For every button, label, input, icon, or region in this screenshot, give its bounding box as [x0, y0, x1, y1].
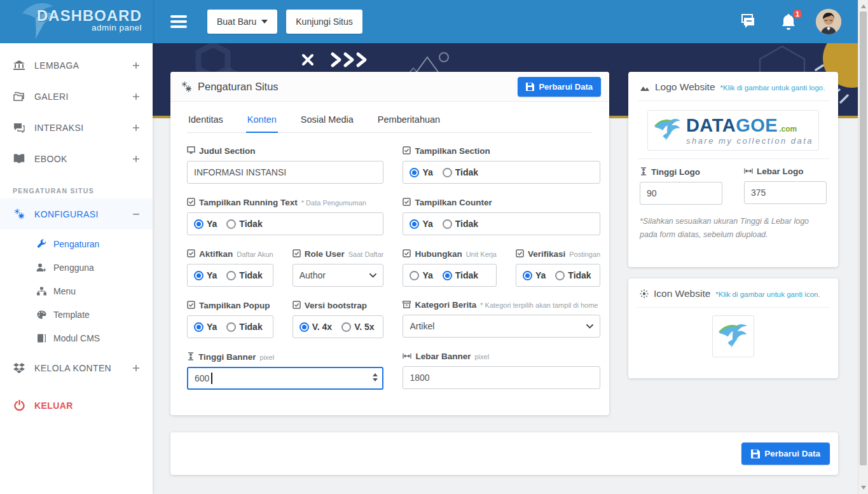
- divider: [637, 100, 829, 101]
- radio-tidak[interactable]: Tidak: [443, 167, 478, 177]
- radio-tidak[interactable]: Tidak: [226, 270, 262, 280]
- radio-ya[interactable]: Ya: [194, 219, 217, 229]
- field-running-text: Tampilkan Running Text * Data Pengumuman…: [187, 197, 383, 235]
- judul-section-input[interactable]: [187, 161, 383, 184]
- page-scrollbar[interactable]: [858, 0, 868, 494]
- radio-ya[interactable]: Ya: [410, 219, 432, 229]
- create-new-button[interactable]: Buat Baru: [207, 10, 277, 34]
- field-judul-section: Judul Section: [187, 146, 383, 184]
- icon-card-title: Icon Website: [654, 288, 710, 299]
- radio-ya[interactable]: Ya: [410, 270, 432, 280]
- field-label: Tinggi Logo: [651, 167, 700, 177]
- field-note: Saat Daftar: [348, 250, 384, 258]
- site-icon-image[interactable]: [712, 315, 754, 357]
- radio-tidak[interactable]: Tidak: [443, 219, 478, 229]
- lebar-banner-input[interactable]: [403, 366, 600, 389]
- settings-card-header: Pengaturan Situs Perbarui Data: [170, 72, 609, 102]
- sidebar-item-galeri[interactable]: GALERI: [0, 81, 153, 112]
- bird-logo-icon: [653, 116, 682, 144]
- scroll-up-arrow[interactable]: [858, 1, 868, 11]
- tab-pemberitahuan[interactable]: Pemberitahuan: [376, 112, 441, 132]
- scroll-down-arrow[interactable]: [858, 483, 868, 493]
- logo-website-card: Logo Website *Klik di gambar untuk ganti…: [628, 72, 838, 267]
- sidebar-item-label: KELUAR: [34, 401, 73, 411]
- field-lebar-logo: Lebar Logo: [744, 167, 827, 205]
- sidebar-brand[interactable]: DASHBOARD admin panel: [0, 0, 153, 43]
- book-icon: [13, 154, 25, 163]
- tab-konten[interactable]: Konten: [246, 112, 278, 133]
- site-logo-image[interactable]: DATAGOE.com share my collection data: [647, 110, 819, 151]
- tab-sosial-media[interactable]: Sosial Media: [300, 112, 355, 132]
- create-new-label: Buat Baru: [217, 17, 256, 27]
- sidebar-item-konfigurasi[interactable]: KONFIGURASI: [0, 198, 153, 230]
- update-data-button[interactable]: Perbarui Data: [518, 77, 601, 97]
- tinggi-logo-input[interactable]: [640, 182, 722, 205]
- radio-circle: [443, 271, 452, 280]
- checkbox-icon: [187, 301, 195, 309]
- sidebar-item-ebook[interactable]: EBOOK: [0, 143, 153, 174]
- radio-tidak[interactable]: Tidak: [226, 219, 262, 229]
- plus-icon[interactable]: [132, 155, 140, 163]
- field-kategori-berita: Kategori Berita * Kategori terpilih akan…: [403, 300, 600, 338]
- role-user-select[interactable]: Author: [293, 264, 384, 287]
- field-label: Hubungkan: [415, 249, 462, 259]
- submenu-item-menu[interactable]: Menu: [0, 279, 153, 303]
- notifications-bell-icon[interactable]: 1: [780, 13, 797, 31]
- bootstrap-radio-group: V. 4x V. 5x: [293, 315, 384, 338]
- sidebar-item-lembaga[interactable]: LEMBAGA: [0, 50, 153, 81]
- caret-down-icon: [261, 20, 268, 24]
- user-avatar[interactable]: [816, 9, 841, 34]
- lebar-logo-input[interactable]: [744, 181, 827, 204]
- submenu-item-label: Menu: [53, 286, 76, 296]
- radio-ya[interactable]: Ya: [410, 167, 432, 177]
- radio-ya[interactable]: Ya: [194, 270, 217, 280]
- logo-word-goe: GOE: [736, 116, 778, 135]
- radio-ya[interactable]: Ya: [194, 322, 217, 332]
- field-label: Tampilkan Popup: [199, 301, 270, 310]
- plus-icon[interactable]: [132, 62, 140, 69]
- sidebar: DASHBOARD admin panel LEMBAGA GALERI: [0, 0, 153, 494]
- radio-tidak[interactable]: Tidak: [443, 270, 478, 280]
- radio-v5x[interactable]: V. 5x: [341, 322, 374, 332]
- radio-circle: [194, 271, 203, 280]
- tab-identitas[interactable]: Identitas: [187, 112, 224, 132]
- radio-tidak[interactable]: Tidak: [226, 322, 262, 332]
- aktifkan-radio-group: Ya Tidak: [187, 264, 273, 287]
- number-spinner[interactable]: [373, 373, 378, 381]
- update-data-button-footer[interactable]: Perbarui Data: [741, 443, 830, 465]
- kategori-berita-select[interactable]: Artikel: [403, 315, 600, 338]
- scrollbar-thumb[interactable]: [860, 11, 867, 465]
- tinggi-banner-input[interactable]: [187, 367, 383, 390]
- field-note: pixel: [260, 353, 275, 361]
- field-label: Judul Section: [199, 146, 256, 156]
- minus-icon[interactable]: [132, 210, 140, 218]
- brand-title: DASHBOARD: [37, 7, 142, 25]
- hamburger-menu-icon[interactable]: [170, 15, 187, 28]
- submenu-item-pengaturan[interactable]: Pengaturan: [0, 232, 153, 256]
- height-arrows-icon: [187, 352, 195, 360]
- radio-v4x[interactable]: V. 4x: [300, 322, 332, 332]
- sitemap-icon: [36, 287, 47, 296]
- wrench-icon: [36, 239, 47, 249]
- icon-card-note: *Klik di gambar untuk ganti icon.: [715, 291, 820, 298]
- radio-tidak[interactable]: Tidak: [555, 270, 591, 280]
- field-label: Tampilkan Section: [415, 146, 490, 156]
- field-note: * Kategori terpilih akan tampil di home: [480, 301, 598, 309]
- settings-card: Pengaturan Situs Perbarui Data Identitas…: [170, 72, 609, 415]
- plus-icon[interactable]: [132, 124, 140, 132]
- sidebar-item-kelola-konten[interactable]: KELOLA KONTEN: [0, 352, 153, 383]
- sidebar-item-interaksi[interactable]: INTERAKSI: [0, 112, 153, 143]
- submenu-item-modul-cms[interactable]: Modul CMS: [0, 326, 153, 350]
- plus-icon[interactable]: [132, 93, 140, 100]
- messages-icon[interactable]: [738, 13, 756, 30]
- display-icon: [187, 146, 195, 154]
- plus-icon[interactable]: [132, 364, 140, 372]
- radio-ya[interactable]: Ya: [523, 270, 546, 280]
- submenu-item-pengguna[interactable]: Pengguna: [0, 256, 153, 279]
- field-note: Daftar Akun: [237, 250, 273, 258]
- visit-site-button[interactable]: Kunjungi Situs: [286, 10, 362, 34]
- submenu-item-template[interactable]: Template: [0, 303, 153, 326]
- topbar: Buat Baru Kunjungi Situs 1: [153, 0, 858, 43]
- radio-circle: [410, 219, 419, 229]
- sidebar-item-keluar[interactable]: KELUAR: [0, 390, 153, 421]
